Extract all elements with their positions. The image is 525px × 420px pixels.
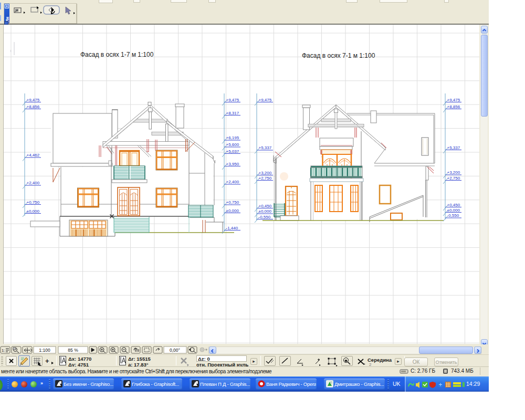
- svg-text:0,00°: 0,00°: [170, 348, 180, 353]
- svg-text:85 %: 85 %: [68, 348, 78, 353]
- svg-text:1:: 1:: [2, 348, 5, 353]
- svg-text:1:100: 1:100: [39, 348, 50, 353]
